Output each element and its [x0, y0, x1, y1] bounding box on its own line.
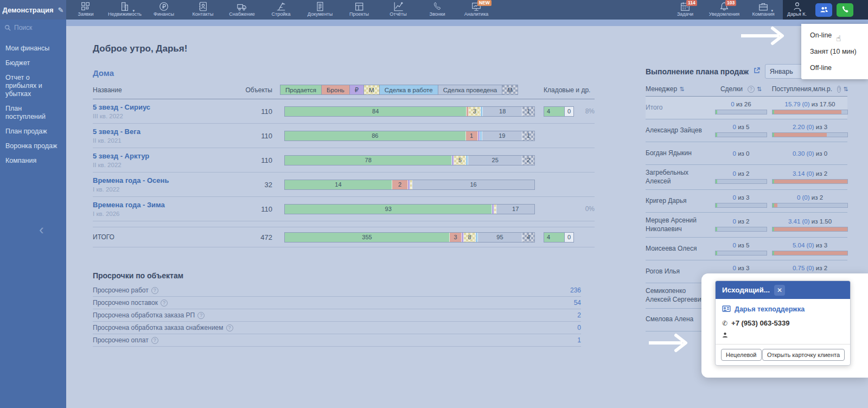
- topbar-item-заявки[interactable]: Заявки: [66, 0, 105, 20]
- house-link[interactable]: Времена года - Осень: [93, 176, 242, 185]
- house-objects: 472: [242, 233, 272, 241]
- house-link[interactable]: Времена года - Зима: [93, 201, 242, 209]
- workspace-switcher[interactable]: Демонстрация ✎: [0, 0, 66, 20]
- sort-icon[interactable]: ⇅: [679, 86, 684, 93]
- house-quarter: I кв. 2026: [93, 211, 242, 217]
- call-popup-footer: Нецелевой Открыть карточку клиента: [716, 344, 850, 365]
- overdue-value[interactable]: 236: [570, 286, 581, 294]
- help-icon[interactable]: ?: [748, 86, 755, 93]
- topbar-user-area: Дарья К. ▾: [783, 0, 868, 20]
- topbar-item-label: Финансы: [154, 11, 174, 17]
- open-client-card-button[interactable]: Открыть карточку клиента: [762, 349, 845, 361]
- house-link[interactable]: 5 звезд - Арктур: [93, 152, 242, 161]
- manager-name: Богдан Ядыкин: [646, 149, 710, 158]
- bar-segment: 17: [496, 205, 534, 214]
- status-option-off-line[interactable]: Off-line: [801, 60, 868, 76]
- close-icon[interactable]: ✕: [774, 285, 785, 296]
- storerooms-box: 40: [544, 106, 574, 117]
- search-input[interactable]: Поиск: [0, 22, 66, 34]
- help-icon[interactable]: ?: [226, 324, 233, 331]
- topbar-item-финансы[interactable]: Финансы: [144, 0, 183, 20]
- house-link[interactable]: 5 звезд - Вега: [93, 127, 242, 136]
- houses-total: ИТОГО4723553895440: [93, 227, 595, 247]
- topbar-item-проекты[interactable]: Проекты: [340, 0, 379, 20]
- topbar-item-отчёты[interactable]: Отчёты: [379, 0, 418, 20]
- topbar-item-label: Звонки: [429, 11, 445, 17]
- sales-plan-row: Моисеева Олеся0 из 55.04 (0) из 3: [646, 238, 847, 260]
- progress-fill: [774, 203, 777, 207]
- person-icon: [722, 332, 728, 340]
- houses-total-row: ИТОГО4723553895440: [93, 227, 595, 247]
- badge: 103: [725, 0, 736, 6]
- topbar-item-задачи[interactable]: 114Задачи: [666, 0, 705, 20]
- deals-cell: 0 из 5: [710, 124, 773, 137]
- online-users-button[interactable]: [815, 3, 832, 17]
- houses-row: Времена года - ОсеньI кв. 20223214216: [93, 173, 595, 197]
- bar-segment: 3: [469, 107, 481, 116]
- external-link-icon[interactable]: [753, 67, 761, 76]
- user-menu-darya[interactable]: Дарья К. ▾: [783, 0, 811, 20]
- deals-cell: 0 из 5: [710, 242, 773, 256]
- legend-chip: М: [364, 85, 380, 95]
- overdue-value[interactable]: 54: [574, 299, 581, 307]
- deals-cell: 0 из 3: [710, 194, 773, 208]
- topbar-item-аналитика[interactable]: NEWАналитика: [457, 0, 496, 20]
- workspace-name: Демонстрация: [3, 6, 54, 14]
- help-icon[interactable]: ?: [197, 312, 205, 319]
- deals-value: 0 из 3: [733, 265, 750, 271]
- call-button[interactable]: [837, 3, 853, 17]
- topbar-item-недвижимость[interactable]: ▾Недвижимость: [105, 0, 144, 20]
- topbar-item-label: Снабжение: [229, 11, 255, 17]
- column-objects: Объекты: [242, 86, 272, 94]
- house-percent: 0%: [574, 205, 595, 213]
- topbar-item-компания[interactable]: ▾Компания: [744, 0, 783, 20]
- receipts-progress-bar: [772, 132, 848, 137]
- sidebar-item[interactable]: Бюджет: [0, 56, 66, 71]
- sidebar-item[interactable]: План поступлений: [0, 101, 66, 124]
- help-icon[interactable]: ?: [837, 86, 841, 93]
- topbar-item-стройка[interactable]: Стройка: [261, 0, 301, 20]
- topbar-item-документы[interactable]: Документы: [301, 0, 340, 20]
- sort-icon[interactable]: ⇅: [843, 86, 848, 93]
- topbar-item-снабжение[interactable]: Снабжение: [222, 0, 261, 20]
- sidebar-collapse-button[interactable]: ‹: [39, 221, 44, 238]
- manager-name: Моисеева Олеся: [646, 245, 710, 253]
- overdue-value[interactable]: 1: [577, 336, 581, 344]
- progress-fill: [774, 180, 847, 183]
- topbar-item-звонки[interactable]: Звонки: [418, 0, 457, 20]
- contact-link[interactable]: Дарья техподдержка: [735, 305, 805, 313]
- main-content: Доброе утро, Дарья! Дома Название Объект…: [66, 26, 641, 408]
- house-bar-cell: 14216: [272, 180, 544, 190]
- status-option-on-line[interactable]: On-line☝: [801, 27, 868, 43]
- house-link[interactable]: 5 звезд - Сириус: [93, 103, 242, 112]
- manager-name: Итого: [646, 104, 710, 112]
- help-icon[interactable]: ?: [151, 337, 158, 344]
- hand-cursor-icon: ☝: [836, 34, 841, 43]
- receipts-value: 5.04 (0) из 3: [793, 242, 827, 248]
- sidebar-item[interactable]: План продаж: [0, 124, 66, 139]
- sidebar-item[interactable]: Компания: [0, 154, 66, 168]
- sidebar-item[interactable]: Воронка продаж: [0, 139, 66, 154]
- help-icon[interactable]: ?: [161, 299, 168, 307]
- overdue-value[interactable]: 2: [577, 311, 581, 319]
- manager-name: Загребельных Алексей: [646, 169, 710, 186]
- deals-progress-bar: [715, 251, 767, 256]
- topbar-item-контакты[interactable]: Контакты: [183, 0, 222, 20]
- non-target-button[interactable]: Нецелевой: [721, 349, 762, 361]
- top-navigation-bar: Демонстрация ✎ Заявки▾НедвижимостьФинанс…: [0, 0, 868, 20]
- sidebar-item[interactable]: Мои финансы: [0, 41, 66, 56]
- bar-segment: 14: [285, 180, 392, 189]
- overdue-row: Просрочено поставок?54: [93, 297, 581, 309]
- outgoing-call-popup: Исходящий... ✕ Дарья техподдержка ✆ +7 (…: [715, 280, 851, 366]
- help-icon[interactable]: ?: [151, 287, 158, 294]
- sort-icon[interactable]: ⇅: [757, 86, 762, 93]
- contacts-icon: [197, 1, 208, 12]
- page-greeting: Доброе утро, Дарья!: [93, 43, 641, 54]
- receipts-value: 0.75 (0) из 2: [793, 265, 827, 271]
- overdue-value[interactable]: 0: [577, 324, 581, 331]
- house-percent: 8%: [574, 107, 595, 115]
- topbar-item-label: Недвижимость: [108, 11, 142, 17]
- sidebar-item[interactable]: Отчет о прибылях и убытках: [0, 71, 66, 101]
- status-option-занят-10-мин-[interactable]: Занят (10 мин): [801, 43, 868, 60]
- topbar-item-уведомления[interactable]: 103Уведомления: [705, 0, 744, 20]
